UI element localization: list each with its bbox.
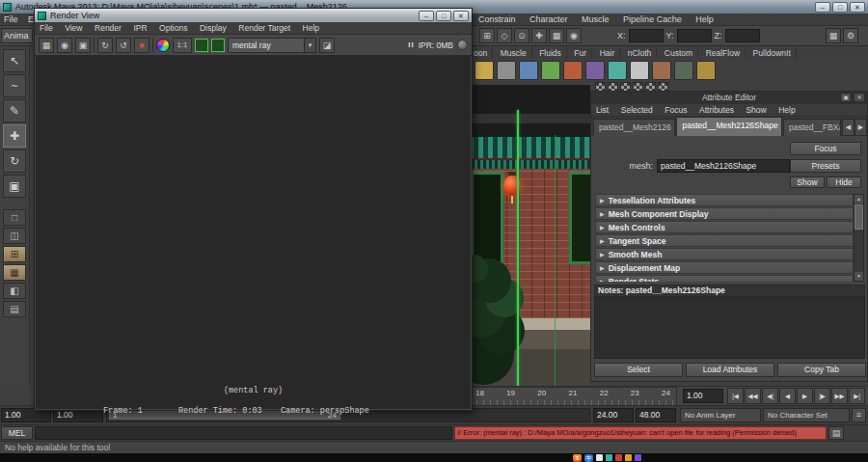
render-canvas[interactable]: (mental ray) Frame: 1 Render Time: 0:03 …	[36, 56, 471, 409]
maximize-icon[interactable]: □	[832, 2, 848, 13]
render-view-titlebar[interactable]: Render View – □ ✕	[35, 9, 472, 22]
keep-image-toggle-icon[interactable]	[195, 39, 208, 52]
ipr-render-icon[interactable]: ◉	[57, 38, 72, 53]
move-tool-icon[interactable]: ✚	[3, 124, 26, 148]
menu-muscle[interactable]: Muscle	[576, 14, 615, 25]
menu-character[interactable]: Character	[524, 14, 574, 25]
shelf-tab-muscle[interactable]: Muscle	[496, 47, 532, 59]
rv-minimize-icon[interactable]: –	[419, 11, 434, 21]
ae-menu-list[interactable]: List	[591, 104, 613, 116]
render-current-frame-icon[interactable]: ▦	[826, 28, 841, 43]
x-input[interactable]	[629, 29, 664, 42]
shelf-tab-fur[interactable]: Fur	[569, 47, 592, 59]
z-input[interactable]	[725, 29, 760, 42]
paint-select-tool-icon[interactable]: ✎	[3, 99, 26, 122]
shelf-item-icon[interactable]	[652, 61, 671, 80]
time-slider[interactable]: 18 19 20 21 22 23 24	[469, 387, 677, 406]
rv-menu-ipr[interactable]: IPR	[128, 22, 151, 34]
rv-menu-render[interactable]: Render	[90, 22, 126, 34]
menu-pipeline-cache[interactable]: Pipeline Cache	[617, 14, 688, 25]
section-render-stats[interactable]: ▶ Render Stats	[595, 275, 854, 282]
section-tessellation-attributes[interactable]: ▶ Tessellation Attributes	[595, 194, 854, 206]
construction-history-icon[interactable]: ◉	[566, 28, 582, 43]
scale-tool-icon[interactable]: ▣	[3, 175, 26, 198]
notes-header[interactable]: Notes: pasted__Mesh2126Shape	[594, 285, 865, 297]
menu-constrain[interactable]: Constrain	[473, 14, 522, 25]
tray-icon[interactable]	[606, 454, 612, 461]
copy-t​ab-button[interactable]: Copy Tab	[777, 363, 866, 377]
scroll-up-icon[interactable]: ▲	[854, 195, 863, 204]
layout-two-pane-icon[interactable]: ◫	[3, 228, 26, 244]
tray-icon[interactable]	[615, 454, 622, 461]
step-back-key-icon[interactable]: ◀|	[762, 388, 778, 404]
current-frame-field[interactable]: 1.00	[683, 389, 723, 403]
scroll-down-icon[interactable]: ▼	[854, 272, 863, 281]
close-icon[interactable]: ✕	[850, 2, 865, 13]
shelf-item-icon[interactable]	[519, 61, 538, 80]
layout-four-pane-icon[interactable]: ⊞	[3, 246, 26, 262]
step-forward-key-icon[interactable]: |▶	[814, 388, 830, 404]
input-language-icon[interactable]: 中	[584, 454, 593, 462]
rv-menu-file[interactable]: File	[35, 22, 58, 34]
hide-button[interactable]: Hide	[827, 177, 861, 188]
shelf-tab-realflow[interactable]: RealFlow	[701, 47, 746, 59]
shelf-item-icon[interactable]	[696, 61, 716, 80]
renderer-dropdown[interactable]: mental ray ▾	[228, 38, 316, 53]
script-editor-icon[interactable]: ▤	[828, 426, 844, 440]
section-mesh-component-display[interactable]: ▶ Mesh Component Display	[595, 207, 854, 220]
menu-set-selector[interactable]: Anima	[1, 28, 33, 43]
presets-button[interactable]: Presets	[790, 159, 861, 173]
tab-scroll-right-icon[interactable]: ▶	[854, 119, 867, 136]
shelf-item-icon[interactable]	[585, 61, 605, 80]
anim-layer-menu-icon[interactable]: ≡	[852, 408, 866, 422]
pause-ipr-icon[interactable]: II	[408, 41, 414, 49]
lasso-tool-icon[interactable]: ~	[3, 74, 26, 97]
notes-text-area[interactable]	[594, 297, 865, 359]
play-backwards-icon[interactable]: ◀	[779, 388, 796, 404]
character-set-dropdown[interactable]: No Character Set	[763, 408, 850, 422]
shelf-item-icon[interactable]	[630, 61, 649, 80]
y-input[interactable]	[677, 29, 712, 42]
stop-render-icon[interactable]: ■	[134, 38, 149, 53]
rgb-channels-icon[interactable]	[156, 39, 170, 52]
shelf-tab-fluids[interactable]: Fluids	[534, 47, 567, 59]
rv-close-icon[interactable]: ✕	[453, 11, 469, 21]
tear-off-icon[interactable]: ▣	[840, 93, 852, 102]
tab-pasted-fbxasc048[interactable]: pasted__FBXASC048	[783, 119, 841, 136]
attribute-scrollbar[interactable]: ▲ ▼	[854, 194, 864, 282]
tab-pasted-mesh2126[interactable]: pasted__Mesh2126	[593, 119, 675, 136]
select-tool-icon[interactable]: ↖	[3, 49, 26, 72]
go-to-end-icon[interactable]: ▶|	[849, 388, 865, 404]
section-mesh-controls[interactable]: ▶ Mesh Controls	[595, 221, 854, 233]
minimize-icon[interactable]: –	[815, 2, 830, 13]
mesh-name-field[interactable]: pasted__Mesh2126Shape	[657, 159, 790, 173]
menu-file[interactable]: File	[0, 14, 22, 25]
redo-render-icon[interactable]: ▦	[39, 38, 54, 53]
shelf-tab-custom[interactable]: Custom	[660, 47, 698, 59]
focus-button[interactable]: Focus	[790, 142, 861, 155]
rv-maximize-icon[interactable]: □	[436, 11, 451, 21]
ae-menu-help[interactable]: Help	[773, 104, 800, 116]
tray-icon[interactable]	[635, 454, 641, 461]
mel-input[interactable]	[35, 426, 452, 440]
ae-menu-attributes[interactable]: Attributes	[694, 104, 739, 116]
refresh-ipr-icon[interactable]: ↺	[116, 38, 131, 53]
tray-icon[interactable]	[596, 454, 603, 461]
shelf-item-icon[interactable]	[475, 61, 494, 80]
step-forward-frame-icon[interactable]: ▶▶	[831, 388, 848, 404]
shelf-item-icon[interactable]	[497, 61, 516, 80]
select-button[interactable]: Select	[594, 363, 683, 377]
sogou-input-icon[interactable]: S	[573, 454, 582, 462]
anim-layer-dropdown[interactable]: No Anim Layer	[680, 408, 761, 422]
layout-three-pane-icon[interactable]: ◧	[3, 283, 26, 299]
ae-menu-focus[interactable]: Focus	[660, 104, 692, 116]
rv-menu-help[interactable]: Help	[298, 22, 324, 34]
rotate-tool-icon[interactable]: ↻	[3, 149, 26, 173]
mel-button[interactable]: MEL	[1, 426, 33, 440]
shelf-item-icon[interactable]	[541, 61, 560, 80]
redo-previous-render-icon[interactable]: ↻	[97, 38, 113, 53]
menu-help[interactable]: Help	[690, 14, 719, 25]
shelf-item-icon[interactable]	[563, 61, 583, 80]
snap-curve-icon[interactable]: ◇	[497, 28, 512, 43]
shelf-item-icon[interactable]	[674, 61, 693, 80]
